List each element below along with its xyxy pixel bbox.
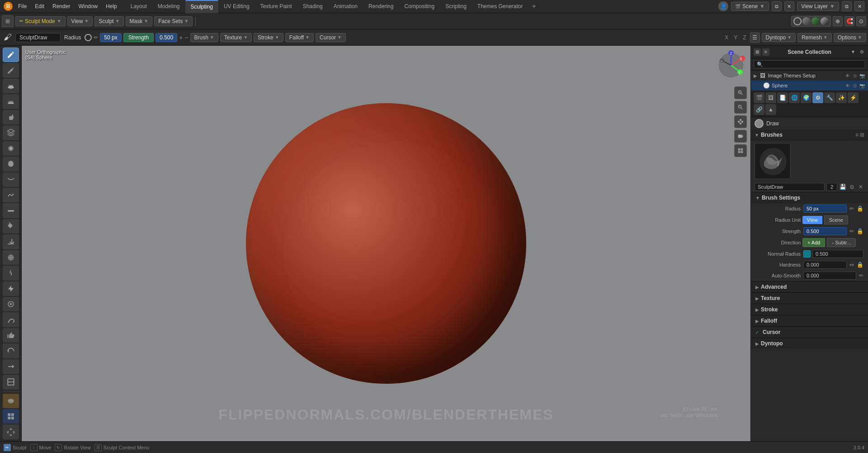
editor-type-icon[interactable]: ⊞ xyxy=(2,15,14,27)
tool-slide-relax[interactable] xyxy=(3,359,19,374)
tool-draw-sharp[interactable] xyxy=(3,63,19,77)
tool-inflate[interactable] xyxy=(3,141,19,156)
strength-prop-value[interactable]: 0.500 xyxy=(803,227,847,235)
y-axis-label[interactable]: Y xyxy=(732,34,739,41)
cursor-section-header[interactable]: ✓ Cursor xyxy=(751,326,868,338)
strength-sub-icon[interactable]: − xyxy=(184,34,188,41)
subtr-direction-button[interactable]: - Subtr... xyxy=(827,238,856,247)
solid-icon[interactable] xyxy=(802,17,811,25)
symmetry-icon[interactable]: ☰ xyxy=(750,33,760,43)
face-sets-menu[interactable]: Face Sets ▼ xyxy=(154,16,193,26)
mode-selector[interactable]: ✏ Sculpt Mode ▼ xyxy=(15,16,66,26)
grid-view-icon[interactable] xyxy=(734,144,747,157)
falloff-section-header[interactable]: ▶ Falloff xyxy=(751,315,868,326)
sphere-viewport-icon[interactable]: ⊙ xyxy=(852,82,858,89)
normal-radius-value[interactable]: 0.500 xyxy=(812,250,863,258)
menu-window[interactable]: Window xyxy=(75,2,101,11)
add-direction-button[interactable]: + Add xyxy=(802,238,825,247)
tool-face-set[interactable] xyxy=(3,409,19,424)
wireframe-icon[interactable] xyxy=(793,17,802,25)
sculpt-menu[interactable]: Sculpt ▼ xyxy=(94,16,123,26)
zoom-in-icon[interactable] xyxy=(734,86,747,99)
falloff-dropdown[interactable]: Falloff ▼ xyxy=(285,33,314,42)
stroke-dropdown[interactable]: Stroke ▼ xyxy=(254,33,283,42)
advanced-section-header[interactable]: ▶ Advanced xyxy=(751,281,868,292)
dyntopo-section-header[interactable]: ▶ Dyntopo xyxy=(751,338,868,349)
item-visibility-icon[interactable]: 👁 xyxy=(844,72,851,79)
tool-clay-thumb[interactable] xyxy=(3,110,19,124)
mask-menu[interactable]: Mask ▼ xyxy=(126,16,153,26)
output-properties-icon[interactable]: 🖼 xyxy=(765,92,776,103)
view-layer-close-icon[interactable]: ✕ xyxy=(854,1,864,11)
radius-pen-icon[interactable]: ✏ xyxy=(849,205,854,212)
strength-button[interactable]: Strength xyxy=(123,33,154,42)
scene-close-icon[interactable]: ✕ xyxy=(784,1,794,11)
sphere-visibility-icon[interactable]: 👁 xyxy=(844,82,851,89)
view-layer-copy-icon[interactable]: ⧉ xyxy=(842,1,852,11)
world-properties-icon[interactable]: 🌍 xyxy=(801,92,811,103)
brush-copy-icon[interactable]: ⧉ xyxy=(848,183,855,191)
brush-name-field[interactable] xyxy=(755,183,825,191)
strength-add-icon[interactable]: + xyxy=(179,34,183,41)
brush-dropdown[interactable]: Brush ▼ xyxy=(190,33,218,42)
z-axis-label[interactable]: Z xyxy=(741,34,748,41)
move-view-icon[interactable] xyxy=(734,115,747,128)
transform-pivot-icon[interactable]: ⊕ xyxy=(833,16,843,26)
radius-edit-icon[interactable]: ✏ xyxy=(94,34,98,41)
brushes-expand-icon[interactable]: ≡ xyxy=(855,132,859,138)
tab-texture-paint[interactable]: Texture Paint xyxy=(255,0,297,13)
menu-help[interactable]: Help xyxy=(102,2,121,11)
object-properties-icon[interactable]: ⚙ xyxy=(812,92,823,103)
brush-num-field[interactable] xyxy=(826,183,837,191)
tab-compositing[interactable]: Compositing xyxy=(399,0,440,13)
brush-name-input[interactable] xyxy=(15,33,61,42)
remesh-dropdown[interactable]: Remesh ▼ xyxy=(797,33,832,42)
tool-blob[interactable] xyxy=(3,157,19,171)
radius-value[interactable]: 50 px xyxy=(100,33,121,42)
tool-smooth[interactable] xyxy=(3,188,19,202)
tab-scripting[interactable]: Scripting xyxy=(440,0,472,13)
menu-render[interactable]: Render xyxy=(49,2,74,11)
view-layer-properties-icon[interactable]: 📑 xyxy=(777,92,788,103)
data-properties-icon[interactable]: ▲ xyxy=(765,104,776,115)
tab-sculpting[interactable]: Sculpting xyxy=(185,0,218,13)
user-icon[interactable]: 👤 xyxy=(718,1,728,11)
normal-radius-color-swatch[interactable] xyxy=(803,250,811,257)
snap-icon[interactable]: 🧲 xyxy=(844,16,854,26)
tool-crease[interactable] xyxy=(3,172,19,187)
brushes-more-icon[interactable]: ⊞ xyxy=(860,132,864,138)
outliner-search-input[interactable] xyxy=(754,60,865,68)
tool-rotate[interactable] xyxy=(3,343,19,358)
constraint-properties-icon[interactable]: 🔗 xyxy=(754,104,764,115)
tool-draw[interactable] xyxy=(3,48,19,62)
tool-clay-strips[interactable] xyxy=(3,94,19,109)
stroke-section-header[interactable]: ▶ Stroke xyxy=(751,304,868,315)
tool-mask[interactable] xyxy=(3,394,19,408)
tab-shading[interactable]: Shading xyxy=(297,0,328,13)
hardness-swap-icon[interactable]: ⇔ xyxy=(849,262,854,268)
scene-properties-icon[interactable]: 🌐 xyxy=(789,92,800,103)
tab-modeling[interactable]: Modeling xyxy=(152,0,185,13)
panel-settings-icon[interactable]: ⚙ xyxy=(858,48,865,56)
radius-prop-value[interactable]: 50 px xyxy=(803,205,847,213)
options-dropdown[interactable]: Options ▼ xyxy=(834,33,866,42)
brush-delete-icon[interactable]: ✕ xyxy=(857,183,864,191)
item-render-icon[interactable]: 📷 xyxy=(859,72,865,79)
menu-file[interactable]: File xyxy=(14,2,30,11)
tool-flatten[interactable] xyxy=(3,203,19,218)
scene-selector[interactable]: 🎬 Scene ▼ xyxy=(731,2,769,11)
brushes-collapse-icon[interactable]: ▼ xyxy=(755,133,759,138)
viewport[interactable]: User Orthographic (S4) Sphere FLIPPEDNOR… xyxy=(22,46,750,441)
material-icon[interactable] xyxy=(811,17,820,25)
tool-scrape[interactable] xyxy=(3,234,19,249)
tool-fill[interactable] xyxy=(3,219,19,234)
blender-logo[interactable]: B xyxy=(3,1,14,12)
strength-value[interactable]: 0.500 xyxy=(156,33,177,42)
panel-filter-icon[interactable]: ▼ xyxy=(849,48,857,56)
scene-copy-icon[interactable]: ⧉ xyxy=(772,1,782,11)
proportional-edit-icon[interactable]: ⊙ xyxy=(856,16,866,26)
tool-elastic-deform[interactable] xyxy=(3,297,19,311)
hardness-value[interactable]: 0.000 xyxy=(803,261,847,269)
dyntopo-dropdown[interactable]: Dyntopo ▼ xyxy=(762,33,796,42)
cursor-dropdown[interactable]: Cursor ▼ xyxy=(316,33,346,42)
